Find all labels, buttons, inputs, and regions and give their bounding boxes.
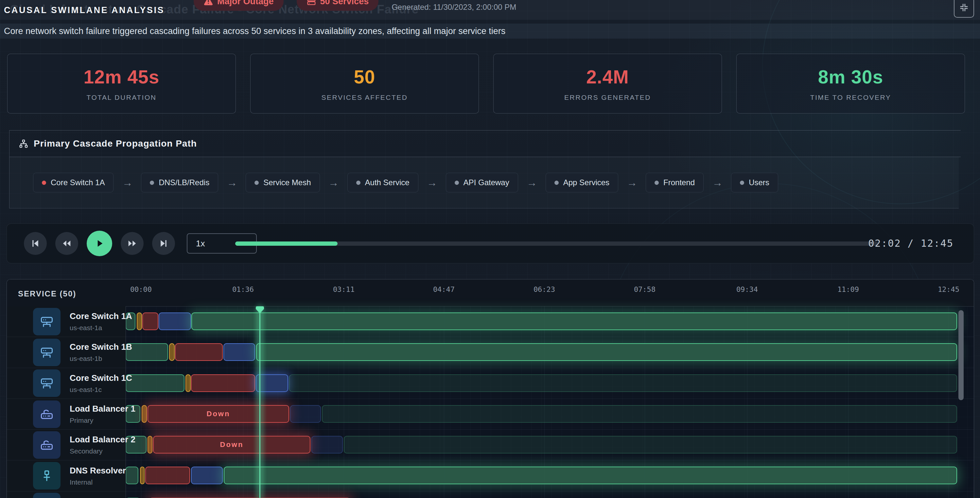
swimlane-core-switch-1a[interactable] bbox=[126, 306, 974, 337]
stat-card: 50 SERVICES AFFECTED bbox=[250, 54, 479, 113]
segment-down[interactable] bbox=[175, 343, 223, 361]
segment-degraded[interactable] bbox=[148, 436, 153, 453]
segment-recovered-ghost[interactable] bbox=[344, 436, 957, 453]
service-label-core-switch-1a[interactable]: Core Switch 1Aus-east-1a bbox=[7, 306, 126, 337]
status-dot bbox=[255, 181, 259, 185]
arrow-right-icon: → bbox=[712, 177, 722, 189]
swimlane-load-balancer-1[interactable]: Down bbox=[126, 399, 974, 430]
playback-progress-fill bbox=[235, 242, 337, 246]
arrow-right-icon: → bbox=[122, 177, 132, 189]
segment-healthy[interactable] bbox=[126, 374, 185, 392]
arrow-right-icon: → bbox=[627, 177, 637, 189]
service-label-core-switch-1b[interactable]: Core Switch 1Bus-east-1b bbox=[7, 337, 126, 368]
play-button[interactable] bbox=[87, 231, 112, 256]
status-dot bbox=[654, 181, 659, 185]
service-label-partial[interactable] bbox=[7, 492, 126, 498]
cascade-node-frontend[interactable]: Frontend bbox=[646, 173, 703, 193]
cascade-node-core-switch-1a[interactable]: Core Switch 1A bbox=[33, 173, 113, 193]
status-dot bbox=[455, 181, 459, 185]
segment-down-label[interactable]: Down bbox=[148, 405, 289, 423]
header-badges-row: Major Outage 50 Services Generated: 11/3… bbox=[194, 0, 516, 12]
rewind-icon bbox=[62, 239, 72, 248]
rewind-button[interactable] bbox=[55, 232, 78, 255]
arrow-right-icon: → bbox=[427, 177, 438, 189]
status-dot bbox=[42, 181, 46, 185]
timeline-panel: SERVICE (50) 00:0001:3603:1104:4706:2307… bbox=[6, 279, 974, 498]
status-dot bbox=[554, 181, 559, 185]
cascade-node-label: Frontend bbox=[663, 178, 695, 187]
segment-recovered-ghost[interactable] bbox=[322, 405, 957, 423]
segment-recovered-ghost[interactable] bbox=[289, 374, 957, 392]
segment-degraded[interactable] bbox=[186, 374, 191, 392]
timeline-body: Core Switch 1Aus-east-1aCore Switch 1Bus… bbox=[7, 306, 974, 498]
segment-recovering-ghost[interactable] bbox=[312, 436, 343, 453]
service-name: Load Balancer 2 bbox=[70, 434, 135, 445]
segment-degraded[interactable] bbox=[169, 343, 175, 361]
cascade-node-label: DNS/LB/Redis bbox=[159, 178, 209, 187]
exit-fullscreen-button[interactable] bbox=[954, 0, 974, 18]
segment-recovering[interactable] bbox=[223, 343, 255, 361]
warning-icon bbox=[204, 0, 213, 6]
segment-recovered[interactable] bbox=[191, 312, 957, 330]
cascade-section: Primary Cascade Propagation Path Core Sw… bbox=[9, 130, 971, 208]
router-icon bbox=[33, 431, 60, 459]
service-zone: Secondary bbox=[70, 447, 135, 455]
exit-fullscreen-icon bbox=[958, 2, 969, 13]
time-tick: 00:00 bbox=[121, 285, 161, 293]
cascade-node-auth-service[interactable]: Auth Service bbox=[347, 173, 418, 193]
router-icon bbox=[33, 401, 60, 428]
segment-recovered[interactable] bbox=[224, 466, 957, 484]
time-tick: 11:09 bbox=[829, 285, 868, 293]
switch-icon bbox=[33, 369, 60, 397]
segment-degraded[interactable] bbox=[140, 466, 145, 484]
cascade-header: Primary Cascade Propagation Path bbox=[10, 130, 961, 157]
subtitle-band: Core network switch failure triggered ca… bbox=[0, 24, 980, 38]
skip-end-button[interactable] bbox=[152, 232, 175, 255]
swimlane-load-balancer-2[interactable]: Down bbox=[126, 430, 974, 460]
node-icon bbox=[33, 462, 60, 490]
playhead[interactable] bbox=[259, 306, 260, 498]
vertical-scrollbar[interactable] bbox=[958, 310, 964, 400]
time-tick: 04:47 bbox=[424, 285, 463, 293]
time-tick: 06:23 bbox=[525, 285, 564, 293]
swimlane-core-switch-1c[interactable] bbox=[126, 368, 974, 399]
swimlane-dns-resolver[interactable] bbox=[126, 460, 974, 491]
segment-recovering[interactable] bbox=[159, 312, 191, 330]
cascade-node-app-services[interactable]: App Services bbox=[546, 173, 618, 193]
swimlanes: DownDownDown bbox=[126, 306, 974, 498]
fast-forward-button[interactable] bbox=[121, 232, 143, 255]
service-label-dns-resolver[interactable]: DNS ResolverInternal bbox=[7, 460, 126, 491]
service-label-column: Core Switch 1Aus-east-1aCore Switch 1Bus… bbox=[7, 306, 126, 498]
cascade-node-api-gateway[interactable]: API Gateway bbox=[446, 173, 518, 193]
time-tick: 07:58 bbox=[625, 285, 664, 293]
cascade-node-service-mesh[interactable]: Service Mesh bbox=[246, 173, 320, 193]
time-tick: 01:36 bbox=[223, 285, 262, 293]
segment-degraded[interactable] bbox=[142, 405, 147, 423]
cascade-node-label: Core Switch 1A bbox=[51, 178, 105, 187]
segment-recovering-ghost[interactable] bbox=[290, 405, 321, 423]
skip-start-button[interactable] bbox=[24, 232, 47, 255]
segment-healthy[interactable] bbox=[126, 466, 138, 484]
playback-progress-bar[interactable] bbox=[235, 242, 878, 246]
service-name: Core Switch 1B bbox=[70, 342, 132, 352]
service-zone: Primary bbox=[70, 417, 135, 424]
causal-swimlane-dashboard: Cloud Infrastructure Cascade Failure - C… bbox=[0, 0, 980, 498]
segment-down[interactable] bbox=[142, 312, 158, 330]
segment-degraded[interactable] bbox=[137, 312, 142, 330]
time-tick: 12:45 bbox=[929, 285, 968, 293]
segment-recovered[interactable] bbox=[256, 343, 957, 361]
swimlane-partial[interactable]: Down bbox=[126, 492, 974, 498]
incident-summary: Core network switch failure triggered ca… bbox=[4, 26, 505, 36]
segment-down[interactable] bbox=[145, 466, 190, 484]
swimlane-core-switch-1b[interactable] bbox=[126, 337, 974, 368]
segment-down-label[interactable]: Down bbox=[153, 436, 310, 453]
service-label-load-balancer-2[interactable]: Load Balancer 2Secondary bbox=[7, 430, 126, 460]
cascade-node-users[interactable]: Users bbox=[731, 173, 778, 193]
service-label-core-switch-1c[interactable]: Core Switch 1Cus-east-1c bbox=[7, 368, 126, 399]
stat-label: TOTAL DURATION bbox=[87, 94, 157, 102]
segment-recovering[interactable] bbox=[191, 466, 223, 484]
service-label-load-balancer-1[interactable]: Load Balancer 1Primary bbox=[7, 399, 126, 430]
time-tick: 09:34 bbox=[727, 285, 767, 293]
segment-down[interactable] bbox=[191, 374, 255, 392]
cascade-node-dns-lb-redis[interactable]: DNS/LB/Redis bbox=[141, 173, 218, 193]
